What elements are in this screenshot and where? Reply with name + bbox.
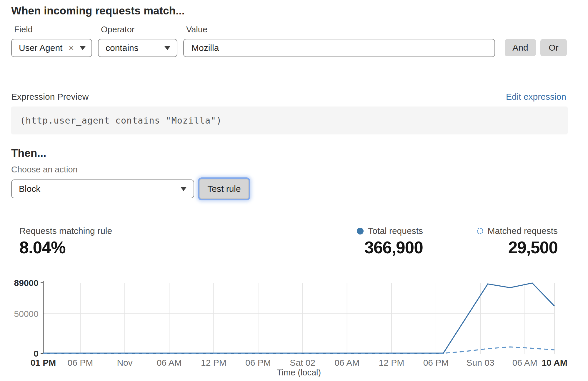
series-line-solid	[43, 283, 554, 353]
y-tick-label: 89000	[14, 278, 39, 288]
operator-select-value: contains	[106, 43, 139, 53]
x-tick-label: 06 PM	[245, 358, 271, 367]
operator-label: Operator	[101, 25, 134, 34]
x-tick-label: 10 AM	[542, 358, 567, 367]
series-line-dashed	[43, 347, 554, 353]
edit-expression-link[interactable]: Edit expression	[506, 92, 566, 102]
x-tick-label: Sun 03	[467, 358, 494, 367]
stat-total-value: 366,900	[364, 238, 423, 257]
y-tick-label: 0	[34, 349, 39, 358]
matched-requests-legend-dashed-circle-icon	[477, 228, 483, 234]
and-button[interactable]: And	[505, 39, 536, 56]
x-tick-label: Nov	[117, 358, 132, 367]
expression-code-box: (http.user_agent contains "Mozilla")	[11, 107, 568, 134]
value-input[interactable]	[183, 39, 495, 57]
action-select-value: Block	[19, 184, 40, 194]
total-requests-legend-dot-icon	[357, 228, 364, 234]
clear-field-icon[interactable]: ×	[69, 44, 74, 52]
stat-requests-matching: Requests matching rule 8.04%	[19, 226, 112, 257]
field-label: Field	[14, 25, 33, 34]
field-select[interactable]: User Agent ×	[11, 39, 92, 57]
expression-preview-label: Expression Preview	[11, 92, 89, 102]
chevron-down-icon	[181, 187, 186, 191]
x-tick-label: 01 PM	[31, 358, 56, 367]
chevron-down-icon	[164, 46, 170, 50]
stat-total-requests: Total requests 366,900	[357, 226, 423, 257]
stat-matched-label: Matched requests	[488, 226, 558, 236]
stat-matching-value: 8.04%	[19, 238, 112, 257]
expression-code: (http.user_agent contains "Mozilla")	[20, 115, 222, 126]
page-title: When incoming requests match...	[11, 5, 185, 17]
x-tick-label: 06 AM	[157, 358, 182, 367]
choose-action-label: Choose an action	[11, 165, 78, 174]
then-title: Then...	[11, 147, 46, 159]
chevron-down-icon	[80, 46, 86, 50]
field-select-value: User Agent	[19, 43, 62, 53]
stat-matching-label: Requests matching rule	[19, 226, 112, 236]
y-tick-label: 50000	[14, 309, 39, 319]
x-tick-label: 06 AM	[512, 358, 537, 367]
x-tick-label: 06 PM	[423, 358, 449, 367]
value-label: Value	[186, 25, 207, 34]
x-tick-label: 12 PM	[379, 358, 404, 367]
x-tick-label: 06 AM	[334, 358, 359, 367]
x-tick-label: 12 PM	[201, 358, 226, 367]
stat-matched-requests: Matched requests 29,500	[477, 226, 558, 257]
x-tick-label: Sat 02	[290, 358, 315, 367]
x-tick-label: 06 PM	[68, 358, 93, 367]
or-button[interactable]: Or	[540, 39, 567, 56]
x-axis-title: Time (local)	[277, 368, 321, 377]
action-select[interactable]: Block	[11, 179, 194, 198]
operator-select[interactable]: contains	[98, 39, 177, 57]
stat-matched-value: 29,500	[508, 238, 558, 257]
test-rule-button[interactable]: Test rule	[199, 179, 249, 199]
stat-total-label: Total requests	[368, 226, 423, 236]
